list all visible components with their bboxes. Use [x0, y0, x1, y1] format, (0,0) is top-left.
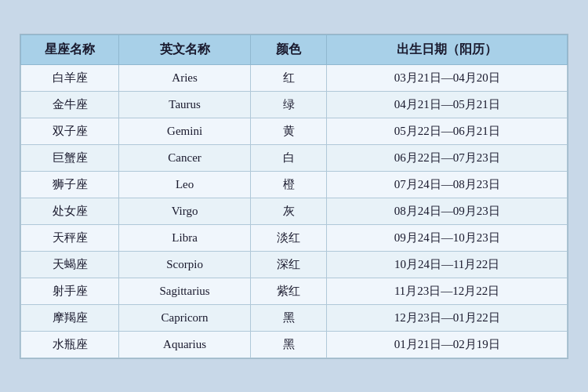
table-row: 摩羯座Capricorn黑12月23日—01月22日	[21, 304, 568, 331]
cell-date: 06月22日—07月23日	[327, 144, 568, 171]
cell-chinese: 处女座	[21, 198, 119, 224]
table-row: 天秤座Libra淡红09月24日—10月23日	[21, 224, 568, 251]
cell-date: 09月24日—10月23日	[327, 224, 568, 251]
cell-color: 灰	[250, 198, 327, 224]
cell-date: 12月23日—01月22日	[327, 304, 568, 331]
cell-chinese: 双子座	[21, 118, 119, 144]
table-body: 白羊座Aries红03月21日—04月20日金牛座Taurus绿04月21日—0…	[21, 64, 568, 358]
cell-date: 03月21日—04月20日	[327, 64, 568, 91]
table-row: 处女座Virgo灰08月24日—09月23日	[21, 198, 568, 224]
cell-date: 08月24日—09月23日	[327, 198, 568, 224]
table-row: 白羊座Aries红03月21日—04月20日	[21, 64, 568, 91]
cell-chinese: 天蝎座	[21, 251, 119, 278]
cell-chinese: 白羊座	[21, 64, 119, 91]
header-chinese: 星座名称	[21, 34, 119, 64]
cell-color: 白	[250, 144, 327, 171]
cell-date: 11月23日—12月22日	[327, 278, 568, 304]
cell-date: 05月22日—06月21日	[327, 118, 568, 144]
zodiac-table-container: 星座名称 英文名称 颜色 出生日期（阳历） 白羊座Aries红03月21日—04…	[20, 34, 568, 359]
cell-date: 04月21日—05月21日	[327, 91, 568, 118]
cell-chinese: 射手座	[21, 278, 119, 304]
cell-english: Leo	[119, 171, 250, 198]
cell-date: 10月24日—11月22日	[327, 251, 568, 278]
cell-date: 07月24日—08月23日	[327, 171, 568, 198]
table-row: 双子座Gemini黄05月22日—06月21日	[21, 118, 568, 144]
cell-color: 橙	[250, 171, 327, 198]
cell-chinese: 摩羯座	[21, 304, 119, 331]
header-color: 颜色	[250, 34, 327, 64]
header-date: 出生日期（阳历）	[327, 34, 568, 64]
cell-color: 黄	[250, 118, 327, 144]
cell-english: Scorpio	[119, 251, 250, 278]
cell-chinese: 狮子座	[21, 171, 119, 198]
cell-english: Cancer	[119, 144, 250, 171]
table-row: 巨蟹座Cancer白06月22日—07月23日	[21, 144, 568, 171]
zodiac-table: 星座名称 英文名称 颜色 出生日期（阳历） 白羊座Aries红03月21日—04…	[20, 34, 568, 358]
cell-color: 黑	[250, 304, 327, 331]
table-header-row: 星座名称 英文名称 颜色 出生日期（阳历）	[21, 34, 568, 64]
cell-english: Capricorn	[119, 304, 250, 331]
cell-chinese: 巨蟹座	[21, 144, 119, 171]
table-row: 狮子座Leo橙07月24日—08月23日	[21, 171, 568, 198]
cell-english: Gemini	[119, 118, 250, 144]
cell-english: Sagittarius	[119, 278, 250, 304]
table-row: 天蝎座Scorpio深红10月24日—11月22日	[21, 251, 568, 278]
header-english: 英文名称	[119, 34, 250, 64]
table-row: 水瓶座Aquarius黑01月21日—02月19日	[21, 331, 568, 358]
cell-chinese: 水瓶座	[21, 331, 119, 358]
cell-chinese: 金牛座	[21, 91, 119, 118]
cell-color: 红	[250, 64, 327, 91]
cell-color: 黑	[250, 331, 327, 358]
cell-color: 紫红	[250, 278, 327, 304]
table-row: 射手座Sagittarius紫红11月23日—12月22日	[21, 278, 568, 304]
cell-color: 深红	[250, 251, 327, 278]
cell-english: Aries	[119, 64, 250, 91]
cell-english: Aquarius	[119, 331, 250, 358]
table-row: 金牛座Taurus绿04月21日—05月21日	[21, 91, 568, 118]
cell-chinese: 天秤座	[21, 224, 119, 251]
cell-english: Taurus	[119, 91, 250, 118]
cell-date: 01月21日—02月19日	[327, 331, 568, 358]
cell-english: Virgo	[119, 198, 250, 224]
cell-english: Libra	[119, 224, 250, 251]
cell-color: 绿	[250, 91, 327, 118]
cell-color: 淡红	[250, 224, 327, 251]
